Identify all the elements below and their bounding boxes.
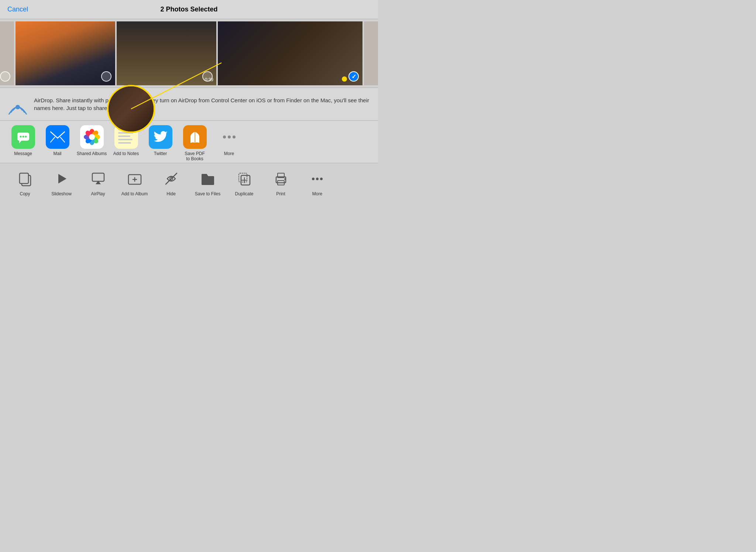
save-to-files-icon	[198, 169, 217, 188]
add-to-album-icon	[125, 169, 144, 188]
share-label-mail: Mail	[53, 151, 61, 156]
page-title: 2 Photos Selected	[160, 6, 217, 13]
message-icon	[11, 125, 35, 149]
photo-item-partial-left[interactable]	[0, 21, 14, 85]
action-label-save-to-files: Save to Files	[195, 191, 220, 196]
svg-rect-19	[20, 173, 28, 184]
more-action-icon	[308, 169, 327, 188]
yellow-dot	[342, 76, 347, 82]
airplay-icon	[89, 169, 108, 188]
selection-circle-4[interactable]	[348, 71, 359, 82]
photo-item-partial-right[interactable]	[364, 21, 378, 85]
share-item-more-apps[interactable]: More	[213, 125, 245, 161]
hide-icon	[162, 169, 181, 188]
svg-point-4	[22, 136, 24, 138]
action-item-airplay[interactable]: AirPlay	[80, 169, 116, 196]
books-icon	[183, 125, 207, 149]
photo-item-lightning[interactable]	[16, 21, 115, 85]
action-item-more[interactable]: More	[300, 169, 335, 196]
photo-strip: 0:39	[0, 19, 378, 88]
header: Cancel 2 Photos Selected	[0, 0, 378, 19]
action-label-more: More	[312, 191, 322, 196]
magnified-circle: ✓	[107, 85, 155, 133]
action-item-print[interactable]: Print	[263, 169, 298, 196]
mail-icon	[46, 125, 69, 149]
action-item-slideshow[interactable]: Slideshow	[44, 169, 79, 196]
action-item-hide[interactable]: Hide	[154, 169, 189, 196]
selection-circle-2[interactable]	[101, 71, 111, 82]
share-label-twitter: Twitter	[154, 151, 167, 156]
share-row: Message Mail	[0, 121, 378, 163]
share-item-save-pdf-to-books[interactable]: Save PDF to Books	[179, 125, 210, 161]
share-item-message[interactable]: Message	[7, 125, 39, 161]
action-row: Copy Slideshow AirPlay Add to Album	[0, 163, 378, 199]
selection-circle-3[interactable]	[202, 71, 213, 82]
airdrop-icon	[7, 94, 28, 114]
share-label-more-apps: More	[224, 151, 234, 156]
svg-point-35	[284, 178, 286, 180]
svg-point-5	[25, 136, 27, 138]
svg-line-7	[50, 137, 55, 143]
more-apps-icon	[217, 125, 241, 149]
selection-circle-1[interactable]	[0, 71, 10, 82]
svg-marker-2	[19, 141, 21, 143]
share-item-shared-albums[interactable]: Shared Albums	[76, 125, 107, 161]
photo-item-table[interactable]: 0:39	[117, 21, 216, 85]
photo-item-room[interactable]	[218, 21, 362, 85]
copy-icon	[16, 169, 35, 188]
slideshow-icon	[52, 169, 71, 188]
action-item-duplicate[interactable]: Duplicate	[227, 169, 262, 196]
photos-icon	[80, 125, 104, 149]
svg-line-8	[60, 137, 65, 143]
duplicate-icon	[235, 169, 254, 188]
action-label-add-to-album: Add to Album	[121, 191, 148, 196]
action-item-save-to-files[interactable]: Save to Files	[190, 169, 225, 196]
share-label-add-to-notes: Add to Notes	[113, 151, 139, 156]
action-label-copy: Copy	[20, 191, 30, 196]
share-label-message: Message	[14, 151, 32, 156]
cancel-button[interactable]: Cancel	[7, 6, 28, 13]
svg-rect-21	[92, 173, 104, 181]
airdrop-section: AirDrop. Share instantly with people nea…	[0, 88, 378, 120]
share-item-mail[interactable]: Mail	[42, 125, 73, 161]
svg-marker-20	[58, 174, 66, 184]
share-label-shared-albums: Shared Albums	[77, 151, 107, 156]
action-label-duplicate: Duplicate	[235, 191, 253, 196]
action-label-print: Print	[276, 191, 285, 196]
airdrop-description: AirDrop. Share instantly with people nea…	[34, 96, 371, 112]
svg-rect-31	[239, 173, 247, 182]
action-label-hide: Hide	[166, 191, 176, 196]
print-icon	[271, 169, 291, 188]
svg-point-3	[20, 136, 21, 138]
action-item-copy[interactable]: Copy	[7, 169, 42, 196]
share-label-save-pdf-to-books: Save PDF to Books	[185, 151, 205, 161]
svg-point-17	[89, 134, 95, 140]
action-label-slideshow: Slideshow	[51, 191, 72, 196]
action-label-airplay: AirPlay	[91, 191, 105, 196]
action-item-add-to-album[interactable]: Add to Album	[117, 169, 152, 196]
